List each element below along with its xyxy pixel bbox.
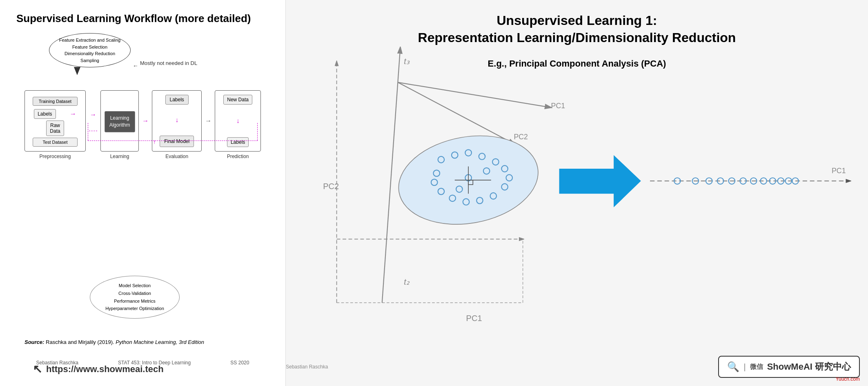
arrow-right-1: → [70,110,76,118]
dashed-line [89,131,97,131]
pca-svg-container: t₃ PC2 PC1 PC2 t₂ PC1 [278,20,868,353]
svg-text:PC1: PC1 [551,102,565,110]
predict-labels-box: Labels [227,137,249,147]
ellipse-line3: Performance Metrics [98,297,171,305]
left-panel-title: Supervised Learning Workflow (more detai… [16,12,269,25]
ellipse-line1: Model Selection [98,282,171,290]
dashed-arrow-up: ↑ [153,138,156,145]
right-panel: Unsupervised Learning 1: Representation … [286,0,868,386]
speech-bubble-line1: Feature Extraction and Scaling [55,37,125,44]
wechat-label: 微信 [750,363,763,371]
mostly-not-needed: Mostly not needed in DL [140,60,197,66]
eval-arrow-down: ↓ [175,116,178,124]
website-link: ↖ https://www.showmeai.tech [33,362,164,376]
training-dataset-box: Training Dataset [33,97,78,106]
dashed-vertical-left [88,123,88,141]
brand-name: ShowMeAI 研究中心 [767,361,851,373]
sebastian-credit: Sebastian Raschka [286,364,328,370]
source-author: Raschka and Mirjalily (2019). [46,339,116,345]
workflow-container: Feature Extraction and Scaling Feature S… [16,33,269,378]
evaluation-section: Labels ↓ Final Model Evaluation [152,90,202,152]
evaluation-label: Evaluation [152,154,201,159]
speech-bubble-line2: Feature Selection [55,44,125,51]
credit-semester: SS 2020 [230,360,249,366]
labels-box-preprocess: Labels [34,109,56,119]
speech-bubble: Feature Extraction and Scaling Feature S… [49,33,131,67]
prediction-section: New Data ↓ Labels Prediction [215,90,261,152]
svg-text:PC1: PC1 [832,167,846,175]
source-bold: Source: [24,339,44,345]
arrow-top: → [90,111,96,118]
pca-svg: t₃ PC2 PC1 PC2 t₂ PC1 [278,20,868,353]
algo-line1: Learning [109,115,131,122]
search-icon: 🔍 [727,361,739,373]
ellipse-line4: Hyperparameter Optimization [98,305,171,312]
preprocessing-section: Training Dataset Labels → Raw Data Test … [24,90,86,152]
source-text: Source: Raschka and Mirjalily (2019). Py… [24,339,204,345]
new-data-box: New Data [223,95,252,105]
learning-label: Learning [101,154,138,159]
pipe-separator: | [743,362,746,372]
dashed-vertical-right [257,123,258,141]
raw-data-row: Raw Data [28,120,82,136]
dashed-horizontal [88,141,258,141]
prediction-label: Prediction [215,154,260,159]
speech-bubble-line3: Dimensionality Reduction [55,50,125,57]
bubble-arrow: ← [133,62,138,69]
final-model-box: Final Model [160,136,194,147]
test-dataset-box: Test Dataset [33,138,78,147]
learning-algo-box: Learning Algorithm [105,111,135,132]
algo-line2: Algorithm [109,122,131,129]
arrow-learning-eval: → [142,117,149,125]
svg-marker-35 [559,155,641,208]
speech-bubble-line4: Sampling [55,57,125,64]
raw-data-line1: Raw [50,123,60,128]
svg-line-0 [382,48,400,303]
workflow-main: Training Dataset Labels → Raw Data Test … [24,90,261,152]
left-panel: Supervised Learning Workflow (more detai… [0,0,286,386]
yuucn-credit: Yuucn.com [836,376,860,382]
arrow-eval-predict: → [205,117,211,125]
preprocessing-label: Preprocessing [25,154,85,159]
raw-data-line2: Data [50,128,60,134]
arrow-preprocess-learning: → [89,111,97,131]
source-book: Python Machine Learning, 3rd Edition [116,339,204,345]
ellipse-line2: Cross-Validation [98,290,171,297]
svg-text:PC1: PC1 [466,314,482,323]
learning-section: Learning Algorithm Learning [100,90,139,152]
labels-raw-row: Labels → [28,109,82,119]
svg-text:PC2: PC2 [514,133,528,141]
svg-text:t₂: t₂ [404,277,410,286]
eval-labels-box: Labels [165,95,189,105]
preprocess-inner: Training Dataset Labels → Raw Data Test … [28,97,82,147]
watermark-box: 🔍 | 微信 ShowMeAI 研究中心 [718,356,860,378]
svg-text:t₃: t₃ [404,57,410,66]
website-url: https://www.showmeai.tech [46,364,164,375]
bottom-ellipse: Model Selection Cross-Validation Perform… [90,276,180,319]
raw-data-box: Raw Data [46,120,64,136]
cursor-icon: ↖ [33,362,42,376]
predict-arrow-down: ↓ [236,117,240,125]
